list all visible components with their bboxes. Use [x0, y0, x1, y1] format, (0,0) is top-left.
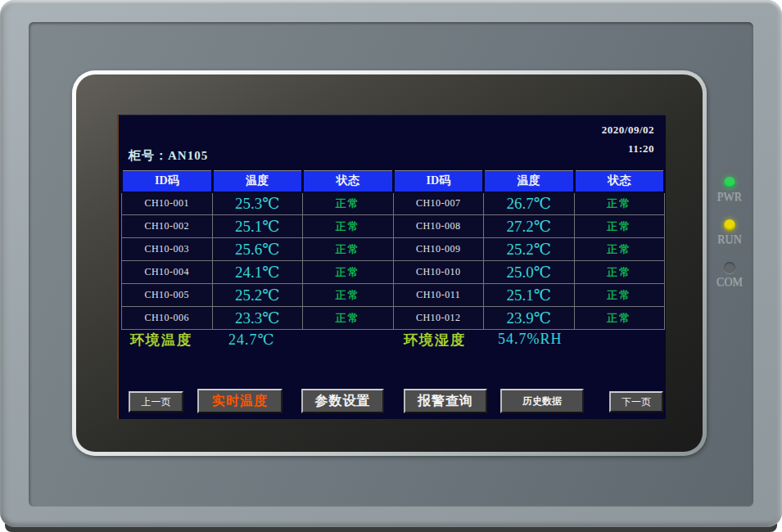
id-cell: CH10-011 — [393, 284, 484, 307]
lcd-screen: 2020/09/02 11:20 柜号：AN105 ID码 温度 状态 ID码 … — [117, 115, 666, 419]
id-cell: CH10-012 — [393, 307, 484, 330]
status-cell: 正常 — [303, 192, 394, 215]
pwr-led-light — [724, 177, 735, 188]
id-cell: CH10-001 — [122, 192, 213, 215]
id-cell: CH10-009 — [393, 238, 484, 261]
pwr-led-group: PWR — [717, 177, 742, 204]
table-row: CH10-005 25.2℃ 正常 CH10-011 25.1℃ 正常 — [122, 284, 665, 307]
parameter-settings-button[interactable]: 参数设置 — [301, 389, 384, 413]
id-cell: CH10-008 — [393, 215, 484, 238]
status-cell: 正常 — [303, 307, 394, 330]
temp-cell: 25.2℃ — [212, 284, 303, 307]
com-led-label: COM — [716, 276, 743, 289]
header-temp-cell: 温度 — [212, 171, 303, 192]
status-cell: 正常 — [303, 238, 394, 261]
temp-cell: 25.1℃ — [484, 284, 575, 307]
device-frame: 2020/09/02 11:20 柜号：AN105 ID码 温度 状态 ID码 … — [0, 0, 782, 527]
id-cell: CH10-003 — [122, 238, 213, 261]
temp-cell: 26.7℃ — [484, 192, 575, 215]
temp-cell: 25.2℃ — [484, 238, 575, 261]
id-cell: CH10-007 — [393, 192, 484, 215]
temp-cell: 25.0℃ — [484, 261, 575, 284]
ambient-temperature-label: 环境温度 — [130, 331, 192, 349]
realtime-temperature-button[interactable]: 实时温度 — [197, 389, 283, 413]
prev-page-button[interactable]: 上一页 — [129, 391, 183, 413]
next-page-button[interactable]: 下一页 — [609, 391, 663, 413]
status-cell: 正常 — [303, 284, 394, 307]
datetime-display: 2020/09/02 11:20 — [602, 120, 654, 159]
table-row: CH10-002 25.1℃ 正常 CH10-008 27.2℃ 正常 — [122, 215, 665, 238]
run-led-light — [724, 219, 735, 231]
com-led-group: COM — [716, 262, 743, 289]
table-row: CH10-001 25.3℃ 正常 CH10-007 26.7℃ 正常 — [122, 192, 665, 215]
id-cell: CH10-010 — [393, 261, 484, 284]
run-led-group: RUN — [717, 219, 742, 246]
temp-cell: 25.1℃ — [212, 215, 303, 238]
header-status-cell: 状态 — [574, 171, 665, 192]
cabinet-label: 柜号：AN105 — [129, 148, 208, 164]
id-cell: CH10-005 — [122, 284, 213, 307]
temp-cell: 23.3℃ — [212, 307, 303, 330]
status-cell: 正常 — [574, 284, 665, 307]
id-cell: CH10-002 — [122, 215, 213, 238]
temp-cell: 25.3℃ — [212, 192, 303, 215]
status-cell: 正常 — [574, 215, 665, 238]
header-id-cell: ID码 — [393, 171, 484, 192]
header-status-cell: 状态 — [303, 171, 394, 192]
time-text: 11:20 — [602, 139, 654, 158]
table-row: CH10-003 25.6℃ 正常 CH10-009 25.2℃ 正常 — [122, 238, 665, 261]
temp-cell: 25.6℃ — [212, 238, 303, 261]
table-row: CH10-006 23.3℃ 正常 CH10-012 23.9℃ 正常 — [122, 307, 665, 330]
id-cell: CH10-006 — [122, 307, 213, 330]
status-cell: 正常 — [574, 307, 665, 330]
id-cell: CH10-004 — [122, 261, 213, 284]
status-cell: 正常 — [574, 238, 665, 261]
alarm-query-button[interactable]: 报警查询 — [404, 389, 487, 413]
ambient-temperature-value: 24.7℃ — [228, 331, 275, 349]
status-led-column: PWR RUN COM — [705, 177, 754, 289]
temp-cell: 23.9℃ — [484, 307, 575, 330]
ambient-humidity-label: 环境湿度 — [404, 331, 466, 349]
ambient-humidity-value: 54.7%RH — [498, 331, 563, 348]
screen-glass: 2020/09/02 11:20 柜号：AN105 ID码 温度 状态 ID码 … — [76, 74, 703, 452]
history-data-button[interactable]: 历史数据 — [500, 389, 584, 413]
temp-cell: 27.2℃ — [484, 215, 575, 238]
table-header-row: ID码 温度 状态 ID码 温度 状态 — [122, 171, 665, 192]
temperature-table: ID码 温度 状态 ID码 温度 状态 CH10-001 25.3℃ 正常 — [120, 170, 666, 330]
ambient-readings: 环境温度 24.7℃ 环境湿度 54.7%RH — [119, 331, 666, 350]
com-led-light — [724, 262, 735, 273]
table-row: CH10-004 24.1℃ 正常 CH10-010 25.0℃ 正常 — [122, 261, 665, 284]
hmi-device: 2020/09/02 11:20 柜号：AN105 ID码 温度 状态 ID码 … — [0, 0, 782, 532]
screen-bezel: 2020/09/02 11:20 柜号：AN105 ID码 温度 状态 ID码 … — [72, 70, 707, 456]
pwr-led-label: PWR — [717, 191, 742, 204]
run-led-label: RUN — [717, 233, 742, 246]
header-temp-cell: 温度 — [484, 171, 575, 192]
temp-cell: 24.1℃ — [212, 261, 303, 284]
status-cell: 正常 — [574, 192, 665, 215]
status-cell: 正常 — [303, 215, 394, 238]
status-cell: 正常 — [303, 261, 394, 284]
status-cell: 正常 — [574, 261, 665, 284]
header-id-cell: ID码 — [122, 171, 213, 192]
date-text: 2020/09/02 — [602, 120, 654, 139]
front-panel: 2020/09/02 11:20 柜号：AN105 ID码 温度 状态 ID码 … — [29, 22, 753, 507]
